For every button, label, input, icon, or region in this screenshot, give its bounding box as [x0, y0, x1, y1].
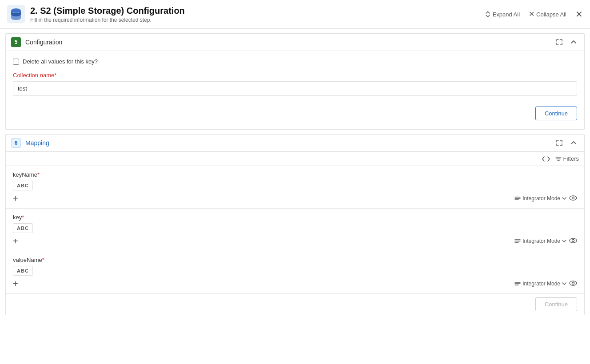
valuename-type-badge: ABC [13, 266, 33, 276]
close-button[interactable]: ✕ [575, 10, 583, 19]
mapping-toolbar: Filters [6, 152, 584, 166]
key-label: key* [13, 214, 577, 221]
configuration-continue-button[interactable]: Continue [535, 107, 577, 120]
delete-all-values-label[interactable]: Delete all values for this key? [23, 58, 98, 65]
collection-name-label: Collection name* [13, 72, 577, 79]
key-field: key* ABC + Integrator Mode [6, 209, 584, 251]
eye-icon [569, 195, 577, 201]
configuration-section-header: 5 Configuration [6, 34, 584, 51]
valuename-integrator-mode: Integrator Mode [514, 280, 577, 288]
valuename-controls: + Integrator Mode [13, 279, 577, 288]
page-subtitle: Fill in the required information for the… [30, 17, 485, 23]
s3-icon [7, 5, 25, 23]
key-type-badge: ABC [13, 223, 33, 233]
key-integrator-mode: Integrator Mode [514, 237, 577, 245]
keyname-integrator-mode-button[interactable]: Integrator Mode [514, 195, 566, 202]
valuename-label: valueName* [13, 257, 577, 263]
key-controls: + Integrator Mode [13, 237, 577, 245]
filters-icon [555, 156, 562, 162]
mapping-section-actions [554, 138, 579, 147]
svg-point-1 [11, 8, 21, 13]
configuration-section-body: Delete all values for this key? Collecti… [6, 51, 584, 129]
key-integrator-mode-button[interactable]: Integrator Mode [514, 238, 566, 244]
expand-icon [485, 11, 491, 17]
configuration-section-title: Configuration [25, 39, 554, 46]
delete-all-values-checkbox[interactable] [13, 59, 19, 65]
key-visibility-button[interactable] [569, 237, 577, 245]
keyname-integrator-mode: Integrator Mode [514, 194, 577, 202]
keyname-field: keyName* ABC + Integrator Mode [6, 166, 584, 209]
collapse-icon: ✕ [529, 11, 534, 18]
collapse-all-button[interactable]: ✕ Collapse All [529, 11, 566, 18]
svg-point-4 [570, 238, 577, 243]
valuename-field: valueName* ABC + Integrator Mode [6, 251, 584, 294]
page-header: 2. S2 (Simple Storage) Configuration Fil… [0, 0, 590, 29]
expand-arrows-icon [556, 39, 563, 46]
configuration-section: 5 Configuration Delete all values for th… [5, 33, 585, 130]
keyname-controls: + Integrator Mode [13, 194, 577, 203]
collection-name-field: Collection name* [13, 72, 577, 96]
svg-point-3 [572, 197, 574, 199]
page-title: 2. S2 (Simple Storage) Configuration [30, 6, 485, 16]
mapping-section-title: Mapping [25, 139, 554, 146]
chevron-up-icon [570, 39, 577, 46]
valuename-integrator-mode-button[interactable]: Integrator Mode [514, 281, 566, 287]
mapping-continue-button[interactable]: Continue [535, 297, 577, 311]
svg-point-6 [570, 281, 577, 285]
mapping-badge: 6 [11, 138, 21, 148]
svg-point-5 [572, 240, 574, 242]
chevron-down-icon [562, 282, 566, 285]
integrator-mode-icon [514, 196, 521, 201]
mapping-section: 6 Mapping Filters [5, 134, 585, 315]
svg-point-2 [570, 196, 577, 200]
integrator-mode-icon [514, 281, 521, 286]
keyname-type-badge: ABC [13, 181, 33, 190]
filters-button[interactable]: Filters [555, 155, 579, 162]
collection-name-input[interactable] [13, 81, 577, 96]
expand-mapping-button[interactable] [554, 138, 565, 147]
configuration-continue-row: Continue [13, 103, 577, 122]
delete-all-values-row: Delete all values for this key? [13, 58, 577, 65]
chevron-up-icon [570, 139, 577, 146]
valuename-visibility-button[interactable] [569, 280, 577, 288]
header-text-group: 2. S2 (Simple Storage) Configuration Fil… [30, 6, 485, 23]
keyname-visibility-button[interactable] [569, 194, 577, 202]
mapping-continue-row: Continue [6, 294, 584, 315]
expand-section-button[interactable] [554, 38, 565, 47]
eye-icon [569, 281, 577, 286]
keyname-add-button[interactable]: + [13, 194, 18, 203]
configuration-badge: 5 [11, 37, 21, 47]
integrator-mode-icon [514, 239, 521, 243]
expand-all-button[interactable]: Expand All [485, 11, 520, 18]
mapping-section-header: 6 Mapping [6, 135, 584, 152]
header-actions: Expand All ✕ Collapse All ✕ [485, 10, 583, 19]
chevron-down-icon [562, 240, 566, 242]
chevron-down-icon [562, 197, 566, 200]
configuration-section-actions [554, 38, 579, 47]
svg-point-7 [572, 282, 574, 285]
code-view-button[interactable] [542, 156, 550, 162]
expand-arrows-icon [556, 139, 563, 146]
key-add-button[interactable]: + [13, 237, 18, 245]
keyname-label: keyName* [13, 171, 577, 178]
collapse-section-button[interactable] [568, 38, 579, 47]
code-icon [542, 156, 550, 162]
collapse-mapping-button[interactable] [568, 138, 579, 147]
eye-icon [569, 238, 577, 243]
valuename-add-button[interactable]: + [13, 279, 18, 288]
